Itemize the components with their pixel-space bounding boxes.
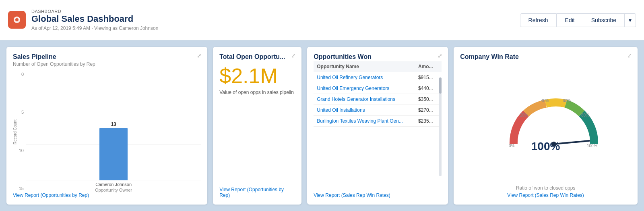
table-row: Burlington Textiles Weaving Plant Gen...… — [314, 116, 442, 127]
y-label-5: 5 — [21, 110, 24, 115]
svg-text:20%: 20% — [520, 113, 528, 117]
winrate-title: Company Win Rate — [460, 53, 631, 61]
opp-name-cell[interactable]: United Oil Emergency Generators — [314, 83, 415, 94]
total-expand-icon[interactable]: ⤢ — [291, 52, 296, 59]
chart-grid: 13 — [26, 72, 201, 180]
total-amount: $2.1M — [219, 65, 295, 86]
scrollbar-track[interactable] — [439, 77, 442, 176]
svg-text:40%: 40% — [541, 98, 549, 103]
pipeline-title: Sales Pipeline — [13, 53, 201, 61]
subscribe-button[interactable]: Subscribe — [583, 13, 625, 27]
total-open-card: Total Open Opportu... ⤢ $2.1M Value of o… — [213, 47, 301, 205]
x-label-cameron: Cameron Johnson — [95, 182, 132, 187]
col-header-amount: Amo... — [415, 61, 442, 72]
pipeline-report-link[interactable]: View Report (Opportunities by Rep) — [13, 192, 201, 198]
opps-table: Opportunity Name Amo... United Oil Refin… — [314, 61, 442, 127]
opps-report-link[interactable]: View Report (Sales Rep Win Rates) — [314, 192, 442, 198]
header-left: DASHBOARD Global Sales Dashboard As of A… — [8, 9, 158, 31]
refresh-button[interactable]: Refresh — [520, 13, 557, 27]
total-title: Total Open Opportu... — [219, 53, 295, 61]
dashboard-content: Sales Pipeline Number of Open Opportunit… — [0, 40, 644, 211]
y-axis-title: Record Count — [13, 72, 17, 192]
gauge-container: 0% 20% 40% 60% 80% 100% 100% — [460, 65, 631, 185]
gauge-svg: 0% 20% 40% 60% 80% 100% — [506, 96, 586, 144]
chart-y-axis: Record Count 15 10 5 0 — [13, 72, 201, 192]
dashboard-label: DASHBOARD — [31, 9, 158, 14]
opp-name-cell[interactable]: Burlington Textiles Weaving Plant Gen... — [314, 116, 415, 127]
y-labels: 15 10 5 0 — [18, 72, 26, 192]
opps-table-body: United Oil Refinery Generators$915...Uni… — [314, 72, 442, 127]
y-label-10: 10 — [19, 148, 24, 153]
opp-amount-cell: $235... — [415, 116, 442, 127]
chart-bars-area: 13 Cameron Johnson Opportunity Owner — [26, 72, 201, 192]
opps-table-header: Opportunity Name Amo... — [314, 61, 442, 72]
opp-amount-cell: $270... — [415, 105, 442, 116]
total-report-link[interactable]: View Report (Opportunities by Rep) — [219, 187, 295, 198]
svg-line-8 — [554, 141, 589, 144]
opps-table-wrapper: Opportunity Name Amo... United Oil Refin… — [314, 61, 442, 192]
svg-point-1 — [15, 18, 19, 21]
table-row: Grand Hotels Generator Installations$350… — [314, 94, 442, 105]
opp-name-cell[interactable]: United Oil Refinery Generators — [314, 72, 415, 83]
y-label-0: 0 — [21, 72, 24, 77]
table-row: United Oil Installations$270... — [314, 105, 442, 116]
header: DASHBOARD Global Sales Dashboard As of A… — [0, 0, 644, 40]
col-header-name: Opportunity Name — [314, 61, 415, 72]
sales-pipeline-card: Sales Pipeline Number of Open Opportunit… — [6, 47, 207, 205]
opp-name-cell[interactable]: Grand Hotels Generator Installations — [314, 94, 415, 105]
x-axis-title: Opportunity Owner — [26, 188, 201, 192]
scrollbar-thumb[interactable] — [439, 77, 442, 94]
opps-expand-icon[interactable]: ⤢ — [438, 52, 442, 59]
winrate-expand-icon[interactable]: ⤢ — [627, 52, 632, 59]
table-row: United Oil Refinery Generators$915... — [314, 72, 442, 83]
winrate-card: Company Win Rate ⤢ 0% — [454, 47, 638, 205]
header-text: DASHBOARD Global Sales Dashboard As of A… — [31, 9, 158, 31]
bars-container: 13 — [26, 72, 201, 180]
svg-point-9 — [551, 142, 556, 146]
svg-text:100%: 100% — [587, 144, 597, 148]
opp-amount-cell: $350... — [415, 94, 442, 105]
winrate-description: Ratio of won to closed opps — [460, 185, 631, 191]
dashboard-subtitle: As of Apr 12, 2019 5:49 AM · Viewing as … — [31, 25, 158, 31]
dashboard-title: Global Sales Dashboard — [31, 14, 158, 24]
svg-text:80%: 80% — [581, 113, 589, 117]
svg-text:0%: 0% — [509, 144, 515, 148]
table-row: United Oil Emergency Generators$440... — [314, 83, 442, 94]
opp-amount-cell: $440... — [415, 83, 442, 94]
opps-title: Opportunities Won — [314, 53, 442, 61]
chart-area: Record Count 15 10 5 0 — [13, 72, 201, 192]
bar-group-cameron: 13 — [97, 121, 130, 180]
pipeline-subtitle: Number of Open Opportunities by Rep — [13, 61, 201, 67]
y-label-15: 15 — [19, 186, 24, 191]
edit-button[interactable]: Edit — [557, 13, 583, 27]
header-actions: Refresh Edit Subscribe ▾ — [520, 13, 636, 27]
bar-cameron — [99, 128, 128, 180]
app-logo-icon — [8, 11, 26, 29]
svg-text:60%: 60% — [563, 98, 571, 103]
dropdown-button[interactable]: ▾ — [625, 13, 636, 27]
opp-name-cell[interactable]: United Oil Installations — [314, 105, 415, 116]
bar-value-label: 13 — [111, 121, 116, 127]
total-description: Value of open opps in sales pipelin — [219, 90, 295, 95]
opps-won-card: Opportunities Won ⤢ Opportunity Name Amo… — [307, 47, 448, 205]
x-labels: Cameron Johnson — [26, 182, 201, 187]
winrate-report-link[interactable]: View Report (Sales Rep Win Rates) — [460, 192, 631, 198]
opp-amount-cell: $915... — [415, 72, 442, 83]
pipeline-expand-icon[interactable]: ⤢ — [197, 52, 202, 59]
